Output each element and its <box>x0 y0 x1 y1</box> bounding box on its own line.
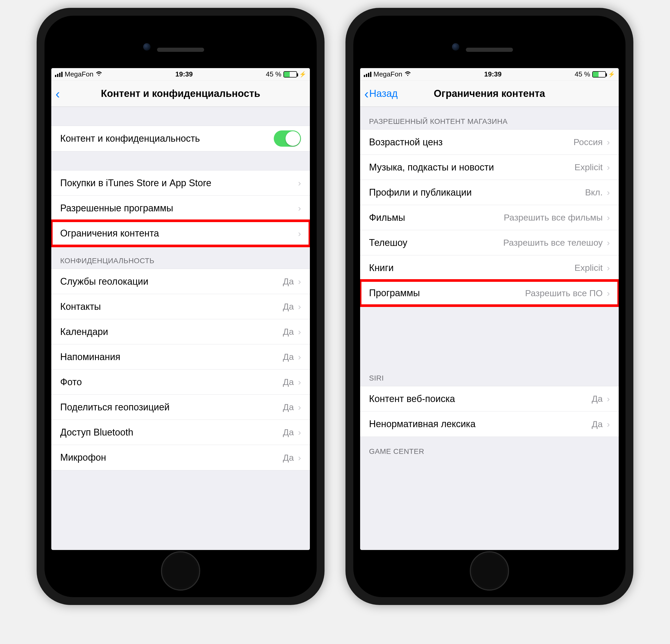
cellular-signal-icon <box>364 72 371 77</box>
status-bar: MegaFon 19:39 45 % ⚡ <box>51 68 310 81</box>
content-privacy-toggle-row[interactable]: Контент и конфиденциальность <box>51 126 310 151</box>
cellular-signal-icon <box>55 72 63 77</box>
chevron-right-icon: › <box>298 301 301 312</box>
chevron-right-icon: › <box>607 212 610 223</box>
row-web-search-content[interactable]: Контент веб-поиска Да › <box>360 386 619 411</box>
page-title: Контент и конфиденциальность <box>51 88 310 99</box>
chevron-right-icon: › <box>298 203 301 213</box>
row-calendars[interactable]: Календари Да › <box>51 319 310 344</box>
carrier-label: MegaFon <box>65 70 93 78</box>
earpiece-speaker <box>157 48 204 52</box>
battery-icon <box>283 71 297 78</box>
chevron-right-icon: › <box>298 402 301 412</box>
navbar: ‹ Контент и конфиденциальность <box>51 81 310 107</box>
row-tvshows[interactable]: Телешоу Разрешить все телешоу › <box>360 230 619 255</box>
screen-left: MegaFon 19:39 45 % ⚡ ‹ <box>51 68 310 550</box>
row-microphone[interactable]: Микрофон Да › <box>51 445 310 470</box>
row-age-rating[interactable]: Возрастной ценз Россия › <box>360 130 619 155</box>
battery-icon <box>592 71 606 78</box>
carrier-label: MegaFon <box>374 70 402 78</box>
chevron-right-icon: › <box>607 137 610 147</box>
section-header-store: РАЗРЕШЕННЫЙ КОНТЕНТ МАГАЗИНА <box>360 107 619 129</box>
screen-right: MegaFon 19:39 45 % ⚡ ‹ Н <box>360 68 619 550</box>
front-camera <box>143 43 150 51</box>
chevron-left-icon: ‹ <box>55 87 60 100</box>
row-reminders[interactable]: Напоминания Да › <box>51 344 310 369</box>
chevron-right-icon: › <box>607 419 610 429</box>
clock: 19:39 <box>175 70 193 78</box>
chevron-right-icon: › <box>607 238 610 248</box>
home-button[interactable] <box>470 551 509 591</box>
chevron-right-icon: › <box>607 187 610 197</box>
chevron-right-icon: › <box>607 394 610 404</box>
chevron-right-icon: › <box>298 377 301 387</box>
front-camera <box>452 43 459 51</box>
row-itunes-appstore-purchases[interactable]: Покупки в iTunes Store и App Store › <box>51 171 310 196</box>
row-label: Разрешенные программы <box>60 203 298 214</box>
chevron-right-icon: › <box>298 452 301 463</box>
chevron-right-icon: › <box>607 162 610 172</box>
phone-frame-right: MegaFon 19:39 45 % ⚡ ‹ Н <box>346 8 633 605</box>
home-button[interactable] <box>161 551 200 591</box>
row-music-podcasts-news[interactable]: Музыка, подкасты и новости Explicit › <box>360 155 619 180</box>
wifi-icon <box>404 71 411 78</box>
row-allowed-apps[interactable]: Разрешенные программы › <box>51 196 310 221</box>
row-apps[interactable]: Программы Разрешить все ПО › <box>360 280 619 306</box>
section-header-privacy: КОНФИДЕНЦИАЛЬНОСТЬ <box>51 246 310 269</box>
battery-percent: 45 % <box>266 70 281 78</box>
status-bar: MegaFon 19:39 45 % ⚡ <box>360 68 619 81</box>
chevron-right-icon: › <box>298 178 301 188</box>
row-explicit-language[interactable]: Ненормативная лексика Да › <box>360 411 619 437</box>
back-button[interactable]: ‹ <box>55 87 60 100</box>
row-profiles-posts[interactable]: Профили и публикации Вкл. › <box>360 180 619 205</box>
row-movies[interactable]: Фильмы Разрешить все фильмы › <box>360 205 619 230</box>
back-button[interactable]: ‹ Назад <box>364 87 398 100</box>
charging-icon: ⚡ <box>608 71 615 78</box>
earpiece-speaker <box>466 48 513 52</box>
row-contacts[interactable]: Контакты Да › <box>51 294 310 319</box>
navbar: ‹ Назад Ограничения контента <box>360 81 619 107</box>
section-header-siri: SIRI <box>360 364 619 386</box>
chevron-right-icon: › <box>607 288 610 298</box>
chevron-left-icon: ‹ <box>364 87 369 100</box>
row-share-location[interactable]: Поделиться геопозицией Да › <box>51 395 310 420</box>
wifi-icon <box>95 71 102 78</box>
clock: 19:39 <box>484 70 502 78</box>
charging-icon: ⚡ <box>299 71 306 78</box>
back-label: Назад <box>369 88 398 99</box>
chevron-right-icon: › <box>298 276 301 287</box>
section-header-gamecenter: GAME CENTER <box>360 437 619 459</box>
chevron-right-icon: › <box>298 228 301 239</box>
row-books[interactable]: Книги Explicit › <box>360 255 619 280</box>
row-location-services[interactable]: Службы геолокации Да › <box>51 269 310 294</box>
row-label: Ограничения контента <box>60 228 298 239</box>
phone-frame-left: MegaFon 19:39 45 % ⚡ ‹ <box>37 8 324 605</box>
row-label: Покупки в iTunes Store и App Store <box>60 178 298 188</box>
chevron-right-icon: › <box>298 327 301 337</box>
chevron-right-icon: › <box>298 427 301 437</box>
page-title: Ограничения контента <box>360 88 619 99</box>
chevron-right-icon: › <box>298 352 301 362</box>
toggle-switch[interactable] <box>274 130 301 147</box>
row-photos[interactable]: Фото Да › <box>51 369 310 395</box>
battery-percent: 45 % <box>575 70 590 78</box>
row-label: Контент и конфиденциальность <box>60 133 274 144</box>
row-content-restrictions[interactable]: Ограничения контента › <box>51 221 310 246</box>
chevron-right-icon: › <box>607 263 610 273</box>
row-bluetooth[interactable]: Доступ Bluetooth Да › <box>51 420 310 445</box>
